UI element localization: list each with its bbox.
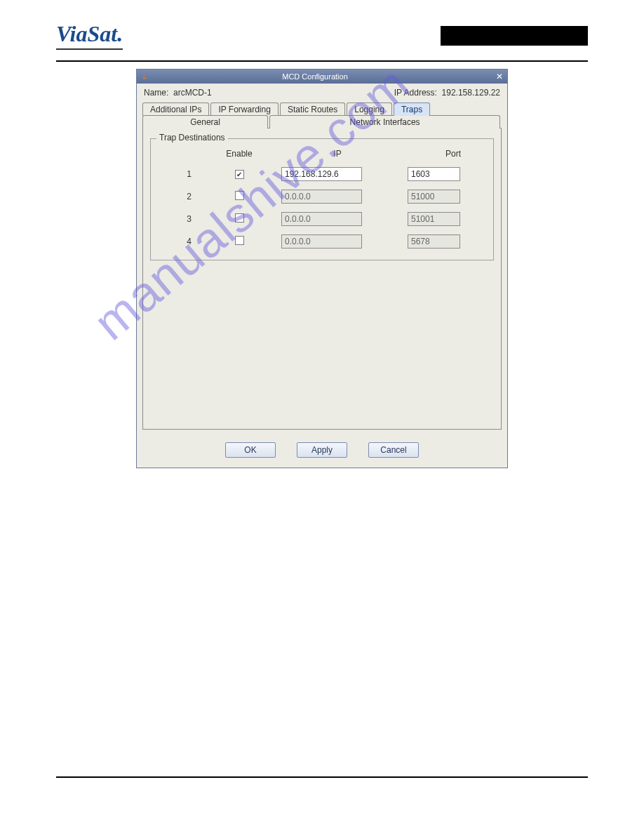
ok-button[interactable]: OK — [225, 442, 276, 458]
dialog-title: MCD Configuration — [135, 72, 495, 81]
tab-ip-forwarding[interactable]: IP Forwarding — [210, 102, 278, 116]
col-port: Port — [408, 149, 499, 159]
mcd-config-dialog: MCD Configuration ✕ Name: arcMCD-1 IP Ad… — [136, 69, 508, 468]
tab-logging[interactable]: Logging — [347, 102, 392, 116]
enable-checkbox-2[interactable] — [235, 191, 244, 200]
dialog-buttons: OK Apply Cancel — [137, 435, 507, 468]
port-input-2[interactable] — [408, 190, 460, 204]
col-enable: Enable — [211, 149, 267, 159]
apply-button[interactable]: Apply — [297, 442, 347, 458]
enable-checkbox-3[interactable] — [235, 213, 244, 223]
trap-destinations-fieldset: Trap Destinations Enable IP Port 1 ✔ 2 3 — [150, 138, 494, 260]
logo-text: ViaSat — [56, 21, 117, 46]
tab-general[interactable]: General — [142, 115, 268, 128]
footer-rule — [56, 776, 588, 778]
logo-dot: . — [117, 21, 123, 46]
tabs-row-lower: General Network Interfaces — [137, 114, 507, 128]
tab-traps[interactable]: Traps — [394, 102, 430, 116]
ip-input-1[interactable] — [281, 167, 362, 181]
page-header: ViaSat. — [0, 0, 644, 57]
viasat-logo: ViaSat. — [56, 21, 123, 50]
trap-grid: Enable IP Port 1 ✔ 2 3 4 — [169, 149, 482, 249]
row-num-4: 4 — [169, 237, 197, 246]
tab-content: Trap Destinations Enable IP Port 1 ✔ 2 3 — [142, 128, 502, 430]
ip-input-2[interactable] — [281, 190, 362, 204]
titlebar: MCD Configuration ✕ — [137, 70, 507, 84]
name-ip-row: Name: arcMCD-1 IP Address: 192.158.129.2… — [137, 84, 507, 100]
tabs-row-upper: Additional IPs IP Forwarding Static Rout… — [137, 102, 507, 115]
ip-value: 192.158.129.22 — [442, 88, 500, 98]
row-num-1: 1 — [169, 169, 197, 179]
cancel-button[interactable]: Cancel — [368, 442, 419, 458]
row-num-2: 2 — [169, 192, 197, 201]
close-icon[interactable]: ✕ — [495, 72, 504, 81]
enable-checkbox-4[interactable] — [235, 236, 244, 245]
tab-static-routes[interactable]: Static Routes — [280, 102, 345, 116]
header-black-block — [441, 26, 588, 46]
fieldset-legend: Trap Destinations — [156, 133, 228, 143]
ip-input-3[interactable] — [281, 212, 362, 226]
tab-network-interfaces[interactable]: Network Interfaces — [269, 115, 500, 128]
port-input-4[interactable] — [408, 234, 460, 249]
tab-additional-ips[interactable]: Additional IPs — [142, 102, 209, 116]
name-label: Name: — [144, 88, 168, 98]
header-rule — [56, 60, 588, 62]
port-input-3[interactable] — [408, 212, 460, 226]
name-value: arcMCD-1 — [173, 88, 212, 98]
enable-checkbox-1[interactable]: ✔ — [235, 170, 244, 179]
col-ip: IP — [281, 149, 394, 159]
row-num-3: 3 — [169, 214, 197, 224]
port-input-1[interactable] — [408, 167, 460, 181]
ip-input-4[interactable] — [281, 234, 362, 249]
ip-label: IP Address: — [394, 88, 437, 98]
